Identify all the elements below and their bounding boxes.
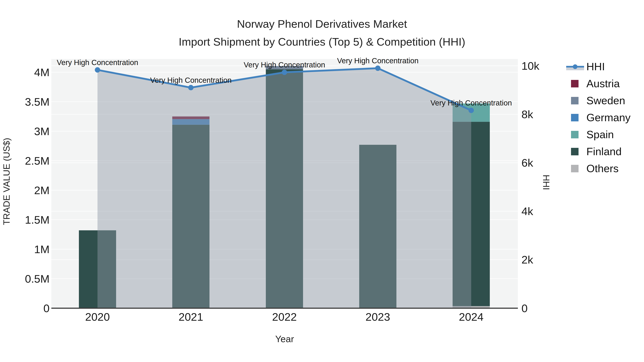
austria-swatch-icon bbox=[565, 78, 585, 89]
legend: HHIAustriaSwedenGermanySpainFinlandOther… bbox=[565, 58, 630, 177]
y-left-tick-label: 2.5M bbox=[25, 155, 50, 167]
hhi-marker-2023[interactable] bbox=[375, 66, 380, 71]
hhi-marker-2021[interactable] bbox=[188, 85, 194, 90]
y-right-tick-label: 8k bbox=[522, 108, 533, 120]
x-axis-title: Year bbox=[249, 334, 320, 344]
x-tick-label-2021: 2021 bbox=[178, 311, 203, 323]
legend-item-others[interactable]: Others bbox=[565, 160, 630, 177]
legend-label: Spain bbox=[586, 128, 614, 141]
legend-label: HHI bbox=[586, 60, 605, 73]
y-left-tick-label: 0 bbox=[44, 302, 50, 315]
annotation-2021: Very High Concentration bbox=[150, 76, 232, 84]
x-tick-label-2020: 2020 bbox=[85, 311, 110, 323]
legend-label: Germany bbox=[586, 111, 630, 124]
legend-label: Austria bbox=[586, 77, 620, 90]
legend-item-germany[interactable]: Germany bbox=[565, 109, 630, 126]
y-right-tick-label: 0 bbox=[522, 302, 528, 315]
annotation-2020: Very High Concentration bbox=[57, 58, 138, 67]
legend-item-austria[interactable]: Austria bbox=[565, 75, 630, 92]
legend-label: Others bbox=[586, 162, 618, 175]
y-right-axis-title: HHI bbox=[540, 164, 551, 200]
germany-swatch-icon bbox=[565, 112, 585, 123]
y-right-tick-label: 6k bbox=[522, 157, 533, 169]
x-tick-label-2024: 2024 bbox=[459, 311, 484, 323]
x-tick-label-2022: 2022 bbox=[272, 311, 297, 323]
y-left-tick-label: 1.5M bbox=[25, 214, 50, 226]
legend-item-finland[interactable]: Finland bbox=[565, 143, 630, 160]
y-left-tick-label: 1M bbox=[34, 243, 50, 256]
others-swatch-icon bbox=[565, 163, 585, 174]
y-right-tick-label: 10k bbox=[522, 60, 540, 72]
y-left-tick-label: 0.5M bbox=[25, 273, 50, 285]
sweden-swatch-icon bbox=[565, 95, 585, 106]
hhi-marker-2022[interactable] bbox=[282, 70, 287, 75]
y-left-tick-label: 4M bbox=[34, 66, 50, 78]
finland-swatch-icon bbox=[565, 146, 585, 157]
y-right-tick-label: 2k bbox=[522, 254, 533, 266]
legend-label: Finland bbox=[586, 145, 622, 158]
spain-swatch-icon bbox=[565, 129, 585, 140]
annotation-2024: Very High Concentration bbox=[430, 99, 512, 107]
y-right-tick-label: 4k bbox=[522, 205, 533, 217]
legend-item-spain[interactable]: Spain bbox=[565, 126, 630, 143]
annotation-2023: Very High Concentration bbox=[337, 56, 418, 65]
x-tick-label-2023: 2023 bbox=[366, 311, 390, 323]
legend-label: Sweden bbox=[586, 94, 625, 107]
hhi-area-fill bbox=[98, 68, 471, 308]
y-left-tick-label: 3.5M bbox=[25, 96, 50, 108]
annotation-2022: Very High Concentration bbox=[244, 61, 325, 69]
y-left-axis-title: TRADE VALUE (US$) bbox=[2, 101, 12, 262]
hhi-line-icon bbox=[565, 61, 585, 72]
hhi-marker-2020[interactable] bbox=[95, 67, 100, 73]
legend-item-sweden[interactable]: Sweden bbox=[565, 92, 630, 109]
y-left-tick-label: 3M bbox=[34, 125, 50, 137]
y-left-tick-label: 2M bbox=[34, 184, 50, 196]
legend-item-hhi[interactable]: HHI bbox=[565, 58, 630, 75]
hhi-marker-2024[interactable] bbox=[468, 108, 474, 113]
